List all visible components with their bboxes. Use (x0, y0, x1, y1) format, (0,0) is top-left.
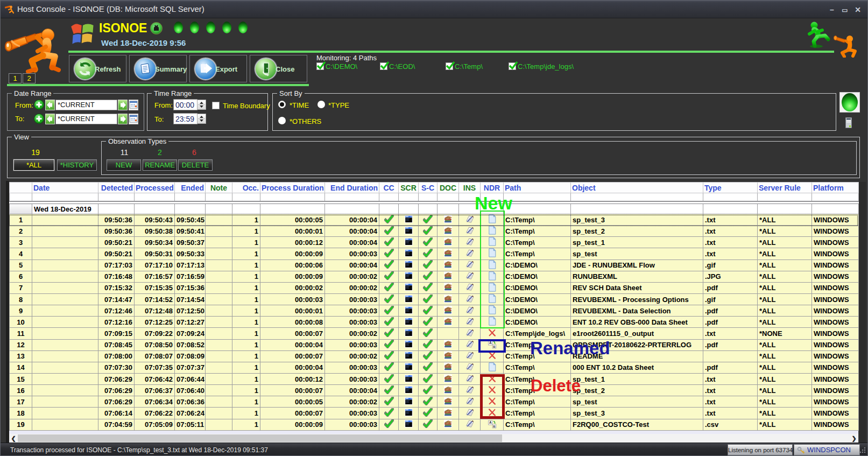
svg-text:B: B (493, 425, 496, 428)
svg-text:A: A (489, 420, 491, 424)
